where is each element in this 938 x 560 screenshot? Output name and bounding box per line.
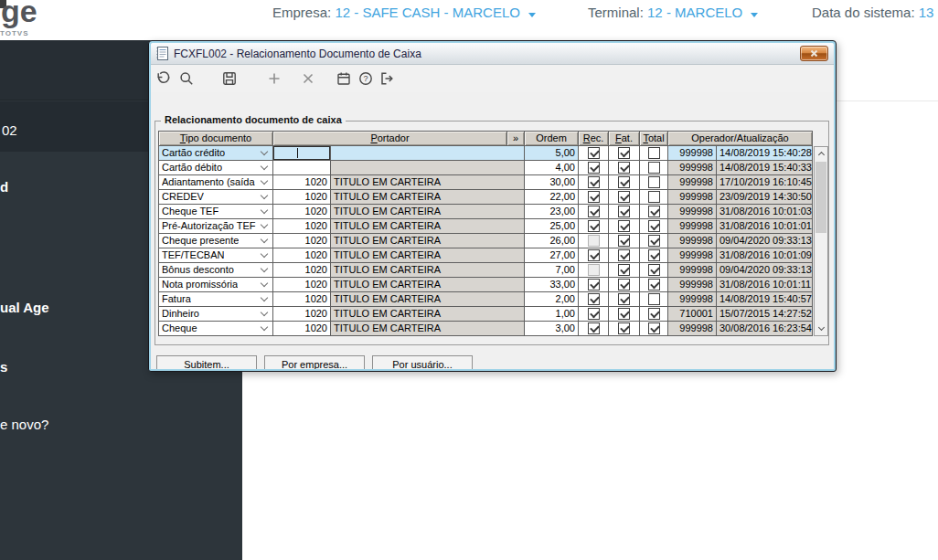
portador-codigo-cell[interactable]: 1020 xyxy=(273,263,331,278)
rec-checkbox-cell[interactable] xyxy=(579,175,609,190)
col-header-ordem[interactable]: Ordem xyxy=(525,132,579,146)
total-checkbox-cell[interactable] xyxy=(640,248,668,263)
portador-nome-cell[interactable]: TITULO EM CARTEIRA xyxy=(331,175,525,190)
tipo-documento-cell[interactable]: TEF/TECBAN xyxy=(159,248,273,263)
fat-checkbox-cell[interactable] xyxy=(609,190,640,205)
dropdown-chevron-icon[interactable] xyxy=(261,250,268,258)
fat-checkbox-cell[interactable] xyxy=(609,263,640,278)
col-header-tipo[interactable]: Tipo documento xyxy=(159,132,273,146)
rec-checkbox-cell[interactable] xyxy=(579,161,609,175)
dropdown-chevron-icon[interactable] xyxy=(261,236,268,243)
tipo-documento-cell[interactable]: Cartão débito xyxy=(159,161,273,175)
portador-nome-cell[interactable]: TITULO EM CARTEIRA xyxy=(331,263,525,278)
portador-nome-cell[interactable]: TITULO EM CARTEIRA xyxy=(331,307,525,322)
portador-codigo-cell[interactable] xyxy=(273,161,331,175)
dropdown-chevron-icon[interactable] xyxy=(261,221,268,228)
portador-codigo-cell[interactable]: 1020 xyxy=(273,234,331,248)
terminal-value[interactable]: 12 - MARCELO xyxy=(647,5,742,20)
rec-checkbox-cell[interactable] xyxy=(579,322,609,336)
fat-checkbox-cell[interactable] xyxy=(609,322,640,336)
dropdown-chevron-icon[interactable] xyxy=(261,177,268,185)
scroll-up-button[interactable] xyxy=(815,147,827,160)
sidebar-item[interactable]: d xyxy=(0,179,8,195)
ordem-cell[interactable]: 2,00 xyxy=(525,292,579,307)
col-header-total[interactable]: Total xyxy=(640,132,668,146)
terminal-selector[interactable]: Terminal: 12 - MARCELO xyxy=(588,5,758,20)
portador-codigo-cell[interactable]: 1020 xyxy=(273,278,331,292)
total-checkbox-cell[interactable] xyxy=(640,278,668,292)
rec-checkbox-cell[interactable] xyxy=(579,205,609,219)
sidebar-item[interactable]: e novo? xyxy=(0,417,48,432)
tipo-documento-cell[interactable]: Cheque xyxy=(159,322,273,336)
ordem-cell[interactable]: 7,00 xyxy=(525,263,579,278)
portador-nome-cell[interactable]: TITULO EM CARTEIRA xyxy=(331,219,525,234)
save-icon[interactable] xyxy=(221,70,238,87)
calendar-icon[interactable] xyxy=(336,70,352,87)
fat-checkbox-cell[interactable] xyxy=(609,248,640,263)
portador-codigo-cell[interactable]: 1020 xyxy=(273,219,331,234)
dropdown-chevron-icon[interactable] xyxy=(261,309,268,316)
ordem-cell[interactable]: 23,00 xyxy=(525,205,579,219)
fat-checkbox-cell[interactable] xyxy=(609,175,640,190)
por-empresa-button[interactable]: Por empresa... xyxy=(264,355,365,369)
col-header-fat[interactable]: Fat. xyxy=(609,132,640,146)
dropdown-chevron-icon[interactable] xyxy=(261,323,268,331)
subitem-button[interactable]: Subitem... xyxy=(156,355,257,369)
dialog-title-bar[interactable]: FCXFL002 - Relacionamento Documento de C… xyxy=(151,43,834,65)
tipo-documento-cell[interactable]: Nota promissória xyxy=(159,278,273,292)
grid-scrollbar[interactable] xyxy=(814,146,828,336)
rec-checkbox-cell[interactable] xyxy=(579,234,609,248)
rec-checkbox-cell[interactable] xyxy=(579,219,609,234)
close-button[interactable] xyxy=(800,46,828,61)
dropdown-chevron-icon[interactable] xyxy=(261,148,268,155)
total-checkbox-cell[interactable] xyxy=(640,175,668,190)
tipo-documento-cell[interactable]: CREDEV xyxy=(159,190,273,205)
portador-codigo-cell[interactable]: 1020 xyxy=(273,322,331,336)
col-header-operador[interactable]: Operador/Atualização xyxy=(668,132,813,146)
portador-codigo-cell[interactable]: 1020 xyxy=(273,248,331,263)
portador-nome-cell[interactable]: TITULO EM CARTEIRA xyxy=(331,322,525,336)
total-checkbox-cell[interactable] xyxy=(640,322,668,336)
dropdown-chevron-icon[interactable] xyxy=(261,192,268,199)
portador-codigo-cell[interactable] xyxy=(273,146,331,161)
ordem-cell[interactable]: 33,00 xyxy=(525,278,579,292)
fat-checkbox-cell[interactable] xyxy=(609,234,640,248)
portador-nome-cell[interactable]: TITULO EM CARTEIRA xyxy=(331,292,525,307)
rec-checkbox-cell[interactable] xyxy=(579,292,609,307)
total-checkbox-cell[interactable] xyxy=(640,146,668,161)
empresa-value[interactable]: 12 - SAFE CASH - MARCELO xyxy=(335,5,520,20)
rec-checkbox-cell[interactable] xyxy=(579,190,609,205)
search-icon[interactable] xyxy=(178,70,195,87)
ordem-cell[interactable]: 30,00 xyxy=(525,175,579,190)
portador-nome-cell[interactable]: TITULO EM CARTEIRA xyxy=(331,278,525,292)
tipo-documento-cell[interactable]: Fatura xyxy=(159,292,273,307)
portador-codigo-cell[interactable]: 1020 xyxy=(273,175,331,190)
portador-nome-cell[interactable]: TITULO EM CARTEIRA xyxy=(331,205,525,219)
tipo-documento-cell[interactable]: Bônus desconto xyxy=(159,263,273,278)
tipo-documento-cell[interactable]: Cheque presente xyxy=(159,234,273,248)
portador-codigo-cell[interactable]: 1020 xyxy=(273,307,331,322)
fat-checkbox-cell[interactable] xyxy=(609,219,640,234)
empresa-selector[interactable]: Empresa: 12 - SAFE CASH - MARCELO xyxy=(272,5,536,20)
help-icon[interactable]: ? xyxy=(357,70,374,87)
sidebar-item[interactable]: ual Age xyxy=(0,300,49,315)
total-checkbox-cell[interactable] xyxy=(640,161,668,175)
total-checkbox-cell[interactable] xyxy=(640,263,668,278)
portador-nome-cell[interactable] xyxy=(331,161,525,175)
ordem-cell[interactable]: 27,00 xyxy=(525,248,579,263)
portador-nome-cell[interactable] xyxy=(331,146,525,161)
dropdown-chevron-icon[interactable] xyxy=(261,163,268,170)
fat-checkbox-cell[interactable] xyxy=(609,205,640,219)
rec-checkbox-cell[interactable] xyxy=(579,263,609,278)
col-header-portador[interactable]: Portador xyxy=(273,132,507,146)
fat-checkbox-cell[interactable] xyxy=(609,146,640,161)
rec-checkbox-cell[interactable] xyxy=(579,278,609,292)
dropdown-chevron-icon[interactable] xyxy=(261,280,268,287)
ordem-cell[interactable]: 25,00 xyxy=(525,219,579,234)
dropdown-chevron-icon[interactable] xyxy=(261,206,268,214)
por-usuario-button[interactable]: Por usuário... xyxy=(372,355,473,369)
col-header-rec[interactable]: Rec. xyxy=(579,132,609,146)
portador-nome-cell[interactable]: TITULO EM CARTEIRA xyxy=(331,234,525,248)
total-checkbox-cell[interactable] xyxy=(640,205,668,219)
fat-checkbox-cell[interactable] xyxy=(609,307,640,322)
